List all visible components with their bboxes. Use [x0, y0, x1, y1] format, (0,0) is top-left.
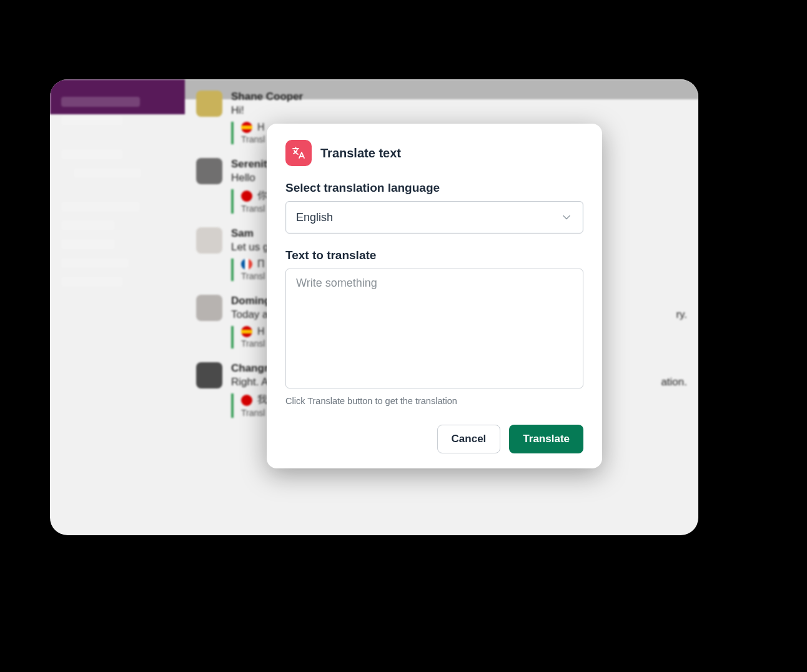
modal-title: Translate text	[320, 146, 401, 161]
language-select-value: English	[296, 211, 333, 224]
sidebar-placeholder	[61, 149, 123, 159]
flag-cn-icon	[241, 395, 252, 406]
chat-area: Shane Cooper Hi! H Transl Serenity Hello…	[185, 79, 698, 99]
sidebar-placeholder	[61, 116, 123, 126]
language-select[interactable]: English	[285, 201, 583, 234]
sidebar-placeholder	[61, 258, 129, 268]
avatar	[196, 362, 222, 388]
flag-es-icon	[241, 326, 252, 337]
sidebar-placeholder	[61, 202, 140, 212]
flag-cn-icon	[241, 190, 252, 202]
sidebar-placeholder	[74, 168, 141, 178]
chevron-down-icon	[560, 211, 573, 224]
avatar	[196, 158, 222, 184]
flag-es-icon	[241, 122, 252, 133]
cancel-button[interactable]: Cancel	[437, 425, 501, 453]
hint-text: Click Translate button to get the transl…	[285, 396, 583, 406]
text-to-translate-input[interactable]	[285, 269, 583, 388]
sidebar-placeholder	[61, 97, 140, 107]
avatar	[196, 295, 222, 321]
message-text: Hi!	[231, 104, 687, 117]
translate-modal: Translate text Select translation langua…	[267, 124, 602, 468]
avatar	[196, 227, 222, 254]
text-input-label: Text to translate	[285, 249, 583, 262]
sidebar-placeholder	[61, 220, 115, 230]
flag-fr-icon	[241, 259, 252, 270]
language-select-label: Select translation language	[285, 181, 583, 195]
message-author: Shane Cooper	[231, 91, 687, 103]
translate-app-icon	[285, 140, 312, 166]
sidebar-placeholder	[61, 277, 123, 287]
translate-button[interactable]: Translate	[509, 425, 583, 453]
avatar	[196, 91, 222, 117]
sidebar	[50, 79, 185, 114]
sidebar-placeholder	[61, 239, 115, 249]
